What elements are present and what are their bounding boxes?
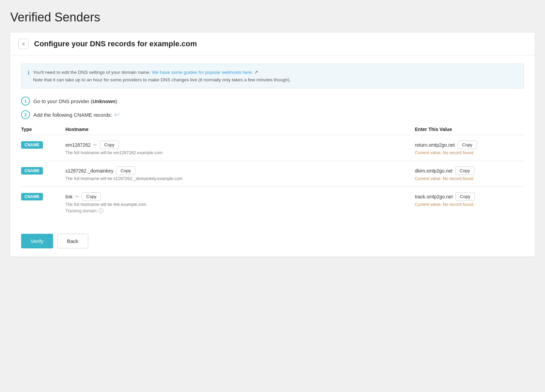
info-text-before: You'll need to edit the DNS settings of … [33,70,152,75]
col-hostname-header: Hostname [65,127,415,132]
hostname-full-2: The full hostname will be s1287262._doma… [65,176,415,181]
type-col-1: CNAME [21,141,65,149]
card-body: ℹ You'll need to edit the DNS settings o… [10,55,535,257]
edit-icon-1[interactable]: ✏ [93,142,97,147]
cname-badge-2: CNAME [21,167,43,175]
step-2-number: 2 [24,112,27,117]
dns-records-table: Type Hostname Enter This Value CNAME em1… [21,124,524,219]
hostname-text-1: em1287262 [65,142,91,148]
hostname-full-1: The full hostname will be em1287262.exam… [65,150,415,155]
type-col-2: CNAME [21,166,65,175]
curved-arrow-icon: ↩ [114,111,120,119]
step-1-text: Go to your DNS provider (Unknown) [33,98,117,104]
step-2-circle: 2 [21,110,30,119]
info-text-after: Note that it can take up to an hour for … [33,77,291,82]
main-card: < Configure your DNS records for example… [10,33,535,257]
table-row: CNAME em1287262 ✏ Copy The full hostname… [21,135,524,161]
cname-badge-1: CNAME [21,141,43,149]
step-2-text: Add the following CNAME records: [33,112,112,118]
hostname-full-3: The full hostname will be link.example.c… [65,202,415,207]
back-button[interactable]: Back [57,234,88,248]
value-text-2: dkim.smtp2go.net [415,168,453,174]
current-value-1: Current value: No record found [415,150,524,155]
info-box: ℹ You'll need to edit the DNS settings o… [21,64,524,88]
footer-buttons: Verify Back [21,228,524,248]
copy-hostname-btn-2[interactable]: Copy [116,166,135,175]
info-icon: ℹ [28,69,30,76]
step-2: 2 Add the following CNAME records: ↩ [21,110,524,119]
info-box-text: You'll need to edit the DNS settings of … [33,69,291,83]
step-1-circle: 1 [21,97,30,105]
value-col-2: dkim.smtp2go.net Copy Current value: No … [415,166,524,181]
hostname-text-2: s1287262._domainkey [65,168,113,174]
table-row: CNAME s1287262._domainkey Copy The full … [21,161,524,187]
copy-hostname-btn-3[interactable]: Copy [82,192,101,201]
col-value-header: Enter This Value [415,127,524,132]
hostname-col-2: s1287262._domainkey Copy The full hostna… [65,166,415,181]
tracking-info-icon[interactable]: i [98,208,104,213]
hostname-col-1: em1287262 ✏ Copy The full hostname will … [65,141,415,155]
chevron-left-icon: < [22,41,25,47]
verify-button[interactable]: Verify [21,234,53,248]
page-title: Verified Senders [10,10,535,24]
value-text-1: return.smtp2go.net [415,142,455,148]
card-title: Configure your DNS records for example.c… [34,39,197,48]
copy-hostname-btn-1[interactable]: Copy [100,141,119,149]
edit-icon-3[interactable]: ✏ [75,194,79,199]
step-1-number: 1 [24,99,27,104]
tracking-domain-label: Tracking domain i [65,208,415,213]
step-1: 1 Go to your DNS provider (Unknown) [21,97,524,105]
card-header: < Configure your DNS records for example… [10,33,535,55]
current-value-3: Current value: No record found [415,202,524,207]
copy-value-btn-3[interactable]: Copy [455,192,474,201]
hostname-col-3: link ✏ Copy The full hostname will be li… [65,192,415,213]
hostname-text-3: link [65,194,73,199]
back-icon-button[interactable]: < [18,39,29,49]
table-row: CNAME link ✏ Copy The full hostname will… [21,187,524,219]
col-type-header: Type [21,127,65,132]
type-col-3: CNAME [21,192,65,200]
value-col-3: track.smtp2go.net Copy Current value: No… [415,192,524,207]
copy-value-btn-1[interactable]: Copy [458,141,477,149]
table-header: Type Hostname Enter This Value [21,124,524,135]
cname-badge-3: CNAME [21,193,43,200]
value-col-1: return.smtp2go.net Copy Current value: N… [415,141,524,155]
value-text-3: track.smtp2go.net [415,194,453,199]
current-value-2: Current value: No record found [415,176,524,181]
copy-value-btn-2[interactable]: Copy [455,166,474,175]
webhosts-link[interactable]: We have some guides for popular webhosts… [152,70,253,75]
